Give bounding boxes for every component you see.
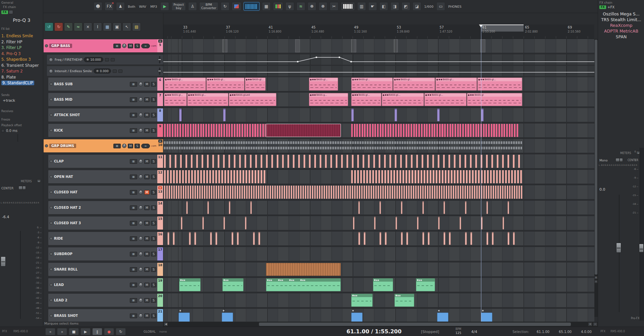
clip-tick[interactable] bbox=[513, 232, 515, 245]
clip-tick[interactable] bbox=[502, 217, 504, 230]
tcp-track-ride[interactable]: RIDE▦MS16 bbox=[48, 232, 163, 245]
time-signature[interactable]: 4/4 bbox=[471, 330, 477, 334]
clip-tick[interactable] bbox=[394, 108, 397, 122]
pan-knob[interactable] bbox=[139, 205, 143, 210]
tuner-icon[interactable]: ψ bbox=[285, 2, 294, 11]
tcp-track-grp-bass[interactable]: GRP BASS▦MS≈com●5 bbox=[43, 39, 163, 53]
clip-tick[interactable] bbox=[186, 201, 188, 214]
clip-tick[interactable] bbox=[167, 232, 169, 245]
clip-tick[interactable] bbox=[385, 232, 387, 245]
pan-knob[interactable] bbox=[139, 267, 143, 272]
clip-stripes[interactable] bbox=[164, 170, 266, 183]
marquee-icon[interactable]: ↖ bbox=[122, 22, 131, 31]
record-arm-button[interactable] bbox=[50, 252, 53, 255]
arrange-lane-intensit-endless-smile[interactable] bbox=[163, 66, 594, 76]
render-both-label[interactable]: Both bbox=[127, 2, 136, 11]
route-button[interactable]: ▦ bbox=[130, 113, 137, 117]
clip-tick[interactable] bbox=[443, 201, 445, 214]
clip-mclip[interactable] bbox=[179, 278, 201, 291]
timeline-ruler[interactable]: 331:01.440371:09.120411:16.800451:24.480… bbox=[163, 25, 594, 39]
vertical-scrollbar[interactable]: + − bbox=[594, 39, 598, 317]
grid-snap-icon[interactable]: ▦ bbox=[103, 22, 112, 31]
clip-glue[interactable]: BASS-gl... bbox=[309, 78, 338, 91]
global-automation-label[interactable]: GLOBAL bbox=[144, 330, 156, 333]
tcp-envelope-intensit-endless-smile[interactable]: Intensit / Endless Smile0.000 bbox=[47, 66, 163, 76]
record-arm-button[interactable] bbox=[50, 175, 53, 178]
route-button[interactable]: ▦ bbox=[130, 236, 137, 241]
route-button[interactable]: ▦ bbox=[130, 97, 137, 102]
solo-button[interactable]: S bbox=[151, 113, 156, 117]
pan-knob[interactable] bbox=[18, 186, 26, 190]
redo-icon[interactable]: ↻ bbox=[54, 22, 63, 31]
clip-tick[interactable] bbox=[250, 201, 252, 214]
routing-icon[interactable]: ≋ bbox=[297, 2, 305, 11]
envelope-value-control[interactable]: 10.000 bbox=[84, 57, 103, 62]
mute-button[interactable]: M bbox=[144, 190, 150, 195]
solo-button[interactable]: S bbox=[151, 205, 156, 210]
clip-tick[interactable] bbox=[358, 232, 360, 245]
pan-knob[interactable] bbox=[139, 128, 143, 133]
tab-fx-chain-right[interactable]: FX chain bbox=[599, 1, 612, 4]
fx-offline-icon[interactable]: FX× bbox=[105, 2, 114, 11]
clip-glue[interactable]: BASS-gl... bbox=[206, 78, 245, 91]
zoom-in-button[interactable]: + bbox=[588, 322, 592, 326]
clip-tick[interactable] bbox=[223, 108, 226, 122]
layout-d-icon[interactable]: ◪ bbox=[413, 2, 421, 11]
solo-button[interactable]: S bbox=[151, 159, 156, 164]
arrange-lane-closed-hat-3[interactable] bbox=[163, 216, 594, 230]
clip-tick[interactable] bbox=[181, 217, 182, 230]
offset-value[interactable]: 0.0 ms bbox=[6, 129, 17, 133]
spectral-peaks-icon[interactable] bbox=[244, 2, 260, 11]
clip-tick[interactable] bbox=[229, 201, 230, 214]
envelope-mini-fader[interactable] bbox=[159, 67, 160, 75]
solo-button[interactable]: S bbox=[135, 44, 140, 48]
zoom-out-vertical-button[interactable]: − bbox=[594, 280, 598, 283]
arrange-lane-kick[interactable] bbox=[163, 124, 594, 137]
ibeam-icon[interactable]: I bbox=[93, 22, 102, 31]
undo-icon[interactable]: ↺ bbox=[45, 22, 53, 31]
envelope-arm-button[interactable] bbox=[105, 58, 109, 61]
arrange-lane-bass-mid[interactable]: BASS-gl...BASS-gl...BASS-gluedBASS-g...B… bbox=[163, 93, 594, 106]
arrange-lane-open-hat[interactable] bbox=[163, 170, 594, 184]
record-arm-button[interactable] bbox=[45, 44, 48, 47]
pan-knob[interactable] bbox=[139, 190, 143, 194]
tcp-track-bass-sub[interactable]: BASS SUB▦MS6 bbox=[48, 77, 163, 91]
solo-button[interactable]: S bbox=[151, 97, 156, 102]
fader-track[interactable] bbox=[20, 231, 21, 319]
pan-knob[interactable] bbox=[139, 221, 143, 225]
clip-tick[interactable] bbox=[460, 217, 461, 230]
route-button[interactable]: ▦ bbox=[130, 283, 137, 287]
envelope-bypass-button[interactable] bbox=[111, 58, 115, 61]
clip-dim[interactable] bbox=[351, 39, 356, 52]
render-mp3-label[interactable]: MP3 bbox=[149, 2, 158, 11]
gain-value-right[interactable]: 0.0 bbox=[599, 187, 605, 192]
offset-slider[interactable] bbox=[17, 134, 18, 142]
pan-knob[interactable] bbox=[139, 283, 143, 287]
envelope-point[interactable] bbox=[351, 61, 352, 62]
mute-button[interactable]: M bbox=[144, 236, 150, 241]
fx-list-item[interactable]: 9. StandardCLIP bbox=[1, 81, 42, 85]
clip-tick[interactable] bbox=[422, 201, 424, 214]
clip-tick[interactable] bbox=[202, 217, 204, 230]
record-arm-button[interactable] bbox=[50, 160, 53, 163]
tcp-track-open-hat[interactable]: OPEN HAT▦MS12 bbox=[48, 170, 163, 184]
zoom-ratio-label[interactable]: 1/600 bbox=[424, 2, 434, 11]
clip-shot[interactable] bbox=[437, 309, 448, 322]
clip-stripes[interactable] bbox=[164, 124, 266, 137]
route-button[interactable]: ▦ bbox=[130, 82, 137, 87]
route-button[interactable]: ▦ bbox=[130, 252, 137, 256]
record-arm-button[interactable] bbox=[50, 129, 53, 132]
folder-collapse-button[interactable]: ● bbox=[158, 40, 162, 43]
route-button[interactable]: ▦ bbox=[130, 298, 137, 303]
tcp-track-attack-shot[interactable]: ATTACK SHOT▦MS8 bbox=[48, 108, 163, 122]
item-grouping-icon[interactable]: ▤ bbox=[132, 22, 141, 31]
arrange-body[interactable]: BASS-gl...BASS-gl...BASS-gl...BASS-gl...… bbox=[163, 39, 594, 322]
clip-tick[interactable] bbox=[437, 108, 440, 122]
repeat-button[interactable]: ↻ bbox=[116, 328, 126, 335]
go-end-button[interactable]: » bbox=[57, 328, 67, 335]
arrange-lane-ride[interactable] bbox=[163, 232, 594, 245]
clip-tick[interactable] bbox=[194, 232, 196, 245]
monitor-fader-handle[interactable] bbox=[616, 243, 621, 253]
arrange-lane-attack-shot[interactable] bbox=[163, 108, 594, 122]
solo-button[interactable]: S bbox=[135, 144, 140, 148]
